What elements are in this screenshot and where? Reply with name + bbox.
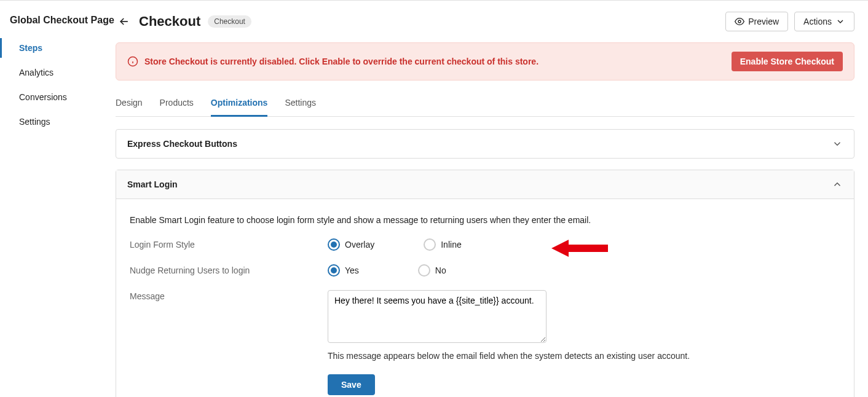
message-textarea[interactable]: [328, 290, 546, 343]
actions-button[interactable]: Actions: [794, 12, 854, 31]
eye-icon: [735, 17, 744, 26]
sidebar-item-label: Conversions: [19, 92, 67, 102]
panel-title: Smart Login: [127, 179, 178, 189]
tab-optimizations[interactable]: Optimizations: [211, 94, 268, 117]
panel-title: Express Checkout Buttons: [127, 139, 237, 149]
tab-products[interactable]: Products: [160, 94, 194, 117]
sidebar-item-conversions[interactable]: Conversions: [0, 87, 116, 107]
alert-text: Store Checkout is currently disabled. Cl…: [144, 57, 732, 66]
button-label: Actions: [803, 17, 832, 26]
step-type-badge: Checkout: [208, 15, 251, 28]
smart-login-panel: Smart Login Enable Smart Login feature t…: [116, 170, 854, 397]
radio-label: Yes: [345, 265, 359, 275]
svg-marker-4: [551, 240, 608, 257]
radio-icon: [328, 238, 340, 251]
login-style-overlay-radio[interactable]: Overlay: [328, 238, 374, 251]
chevron-down-icon: [835, 17, 845, 26]
page-title: Checkout: [139, 14, 200, 29]
annotation-arrow-icon: [551, 237, 608, 259]
disabled-alert: Store Checkout is currently disabled. Cl…: [116, 42, 854, 81]
sidebar-title: Global Checkout Page: [0, 14, 116, 27]
sidebar-item-label: Settings: [19, 117, 50, 127]
nudge-radios: Yes No: [328, 264, 840, 277]
message-help-text: This message appears below the email fie…: [328, 351, 840, 361]
page-header: Checkout Checkout Preview Actions: [116, 12, 854, 31]
tab-settings[interactable]: Settings: [285, 94, 316, 117]
radio-icon: [328, 264, 340, 277]
chevron-down-icon: [832, 138, 843, 149]
tab-design[interactable]: Design: [116, 94, 143, 117]
preview-button[interactable]: Preview: [725, 12, 788, 31]
nudge-row: Nudge Returning Users to login Yes No: [130, 264, 840, 277]
smart-login-panel-header[interactable]: Smart Login: [116, 170, 854, 199]
main-content: Checkout Checkout Preview Actions Store …: [116, 1, 868, 397]
field-label: Login Form Style: [130, 238, 328, 250]
sidebar-item-analytics[interactable]: Analytics: [0, 63, 116, 82]
sidebar: Global Checkout Page Steps Analytics Con…: [0, 1, 116, 397]
sidebar-item-settings[interactable]: Settings: [0, 112, 116, 132]
radio-icon: [418, 264, 430, 277]
enable-store-checkout-button[interactable]: Enable Store Checkout: [732, 52, 843, 71]
sidebar-nav: Steps Analytics Conversions Settings: [0, 38, 116, 132]
save-row: Save: [130, 374, 840, 395]
message-control: This message appears below the email fie…: [328, 290, 840, 361]
save-button[interactable]: Save: [328, 374, 375, 395]
login-form-style-row: Login Form Style Overlay Inline: [130, 238, 840, 251]
sidebar-item-steps[interactable]: Steps: [0, 38, 116, 58]
nudge-yes-radio[interactable]: Yes: [328, 264, 359, 277]
radio-label: No: [435, 265, 446, 275]
nudge-no-radio[interactable]: No: [418, 264, 446, 277]
sidebar-item-label: Analytics: [19, 68, 53, 77]
section-description: Enable Smart Login feature to choose log…: [130, 215, 840, 225]
express-checkout-panel: Express Checkout Buttons: [116, 129, 854, 159]
tabs: Design Products Optimizations Settings: [116, 94, 854, 117]
smart-login-panel-body: Enable Smart Login feature to choose log…: [116, 199, 854, 397]
back-button[interactable]: [116, 13, 133, 30]
radio-label: Overlay: [345, 240, 374, 250]
info-icon: [127, 56, 138, 67]
message-row: Message This message appears below the e…: [130, 290, 840, 361]
field-label: Message: [130, 290, 328, 301]
svg-point-0: [738, 20, 741, 23]
sidebar-item-label: Steps: [19, 43, 42, 53]
radio-label: Inline: [441, 240, 461, 250]
field-label: Nudge Returning Users to login: [130, 264, 328, 275]
arrow-left-icon: [118, 15, 130, 28]
express-checkout-panel-header[interactable]: Express Checkout Buttons: [116, 130, 854, 158]
button-label: Preview: [748, 17, 779, 26]
chevron-up-icon: [832, 179, 843, 190]
login-style-inline-radio[interactable]: Inline: [424, 238, 461, 251]
radio-icon: [424, 238, 436, 251]
